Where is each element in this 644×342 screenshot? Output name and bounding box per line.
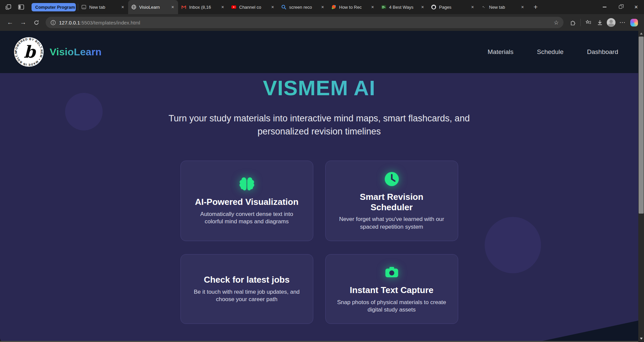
- avatar: [607, 18, 615, 27]
- feature-card-scheduler[interactable]: Smart Revision Scheduler Never forget wh…: [325, 161, 458, 241]
- feature-card-capture[interactable]: Instant Text Capture Snap photos of phys…: [325, 254, 458, 324]
- card-title: Smart Revision Scheduler: [352, 192, 431, 212]
- tab-label: How to Rec: [339, 5, 369, 10]
- site-header: POWERED BY BOLT.NEW • MADE IN BOLT.NEW •…: [0, 31, 638, 73]
- tab-screen-recorder-search[interactable]: screen reco ×: [278, 0, 328, 14]
- card-title: Instant Text Capture: [350, 285, 433, 295]
- tab-youtube-channel[interactable]: Channel co ×: [228, 0, 278, 14]
- restore-icon: [619, 5, 622, 9]
- favorites-icon[interactable]: [583, 17, 594, 28]
- tab-close-icon[interactable]: ×: [270, 4, 275, 10]
- nav-link-dashboard[interactable]: Dashboard: [587, 48, 618, 56]
- tab-close-icon[interactable]: ×: [170, 4, 175, 10]
- tab-close-icon[interactable]: ×: [420, 4, 425, 10]
- tab-label: Inbox (8,16: [189, 5, 219, 10]
- extensions-icon[interactable]: [567, 17, 578, 28]
- youtube-icon: [231, 4, 236, 10]
- profile-avatar[interactable]: [605, 17, 617, 28]
- page-icon: [81, 4, 87, 10]
- search-icon: [281, 4, 286, 10]
- tab-close-icon[interactable]: ×: [520, 4, 525, 10]
- page-viewport: POWERED BY BOLT.NEW • MADE IN BOLT.NEW •…: [0, 31, 644, 342]
- tab-group-label[interactable]: Computer Program: [32, 3, 76, 11]
- tab-inbox[interactable]: Inbox (8,16 ×: [178, 0, 228, 14]
- tab-visiolearn[interactable]: VisioLearn ×: [128, 0, 178, 14]
- forward-button[interactable]: →: [17, 17, 29, 28]
- browser-tabbar: Computer Program New tab × VisioLearn × …: [0, 0, 644, 14]
- card-title: Check for latest jobs: [204, 275, 290, 285]
- minimize-icon: [603, 7, 606, 7]
- site-nav: Materials Schedule Dashboard: [488, 48, 618, 56]
- tab-new-tab-2[interactable]: New tab ×: [478, 0, 528, 14]
- nav-link-materials[interactable]: Materials: [488, 48, 514, 56]
- copilot-icon[interactable]: [628, 17, 640, 28]
- new-tab-button[interactable]: +: [530, 1, 541, 13]
- section-diagonal-accent: [538, 321, 638, 342]
- dot-icon: [481, 4, 486, 10]
- settings-more-icon[interactable]: ⋯: [617, 17, 628, 28]
- url-host: 127.0.0.1: [59, 20, 80, 25]
- scrollbar-down-arrow[interactable]: [638, 336, 644, 341]
- url-path: :5503/templates/index.html: [80, 20, 140, 25]
- decorative-circle-left: [65, 93, 103, 130]
- globe-icon: [131, 4, 137, 10]
- toolbar-separator: [580, 19, 581, 26]
- badge-letter: b: [23, 42, 36, 62]
- scrollbar-up-arrow[interactable]: [638, 31, 644, 36]
- tab-close-icon[interactable]: ×: [320, 4, 325, 10]
- tab-label: Channel co: [239, 5, 269, 10]
- tab-label: Pages: [439, 5, 469, 10]
- tab-close-icon[interactable]: ×: [470, 4, 475, 10]
- bolt-badge-logo: POWERED BY BOLT.NEW • MADE IN BOLT.NEW •…: [13, 37, 44, 67]
- url-text[interactable]: 127.0.0.1:5503/templates/index.html: [59, 20, 551, 25]
- tab-label: New tab: [489, 5, 519, 10]
- hero-section: VISMEM AI Turn your study materials into…: [0, 73, 638, 342]
- tab-close-icon[interactable]: ×: [120, 4, 125, 10]
- restore-button[interactable]: [612, 0, 628, 14]
- site-icon: [331, 4, 336, 10]
- vertical-tabs-icon[interactable]: [17, 3, 25, 11]
- downloads-icon[interactable]: [594, 17, 605, 28]
- minimize-button[interactable]: [597, 0, 612, 14]
- nav-link-schedule[interactable]: Schedule: [537, 48, 564, 56]
- favorite-star-icon[interactable]: ☆: [554, 19, 559, 26]
- feature-card-jobs[interactable]: Check for latest jobs Be it touch with r…: [180, 254, 313, 324]
- decorative-circle-right: [485, 217, 541, 273]
- close-icon: ×: [634, 4, 638, 10]
- thumbnail-icon: [381, 4, 386, 10]
- tab-new-tab-1[interactable]: New tab ×: [78, 0, 128, 14]
- tab-close-icon[interactable]: ×: [370, 4, 375, 10]
- clock-icon: [384, 171, 400, 187]
- hero-title: VISMEM AI: [0, 73, 638, 100]
- tab-label: screen reco: [289, 5, 319, 10]
- feature-cards-grid: AI-Powered Visualization Automatically c…: [180, 161, 458, 324]
- card-description: Snap photos of physical materials to cre…: [336, 299, 447, 314]
- address-bar[interactable]: 127.0.0.1:5503/templates/index.html ☆: [46, 17, 564, 28]
- scrollbar-thumb[interactable]: [639, 37, 644, 214]
- browser-toolbar: ← → 127.0.0.1:5503/templates/index.html …: [0, 14, 644, 31]
- site-info-icon[interactable]: [50, 20, 56, 25]
- close-button[interactable]: ×: [628, 0, 644, 14]
- tab-close-icon[interactable]: ×: [220, 4, 225, 10]
- back-button[interactable]: ←: [4, 17, 16, 28]
- brain-icon: [239, 176, 255, 192]
- card-description: Never forget what you've learned with ou…: [336, 216, 447, 231]
- card-description: Be it touch with real time job updates, …: [192, 288, 302, 303]
- reload-button[interactable]: [31, 17, 42, 28]
- camera-icon: [384, 264, 400, 280]
- brand-title[interactable]: VisioLearn: [50, 46, 102, 58]
- page-scrollbar[interactable]: [638, 31, 644, 342]
- tab-4-best-ways[interactable]: 4 Best Ways ×: [378, 0, 428, 14]
- window-controls: ×: [597, 0, 644, 14]
- card-title: AI-Powered Visualization: [195, 197, 299, 207]
- card-description: Automatically convert dense text into co…: [192, 211, 302, 226]
- gmail-icon: [181, 4, 186, 10]
- workspaces-icon[interactable]: [4, 3, 13, 11]
- hero-subtitle: Turn your study materials into interacti…: [162, 112, 477, 138]
- tab-github-pages[interactable]: Pages ×: [428, 0, 478, 14]
- tab-label: VisioLearn: [139, 5, 169, 10]
- github-icon: [431, 4, 436, 10]
- tab-label: 4 Best Ways: [389, 5, 419, 10]
- feature-card-visualization[interactable]: AI-Powered Visualization Automatically c…: [180, 161, 313, 241]
- tab-how-to-record[interactable]: How to Rec ×: [328, 0, 378, 14]
